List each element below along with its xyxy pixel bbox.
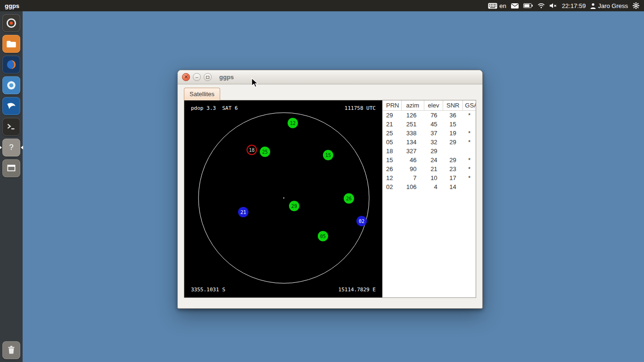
satellite-prn-02: 02 xyxy=(356,216,367,226)
table-cell: 36 xyxy=(443,111,463,120)
launcher: ? xyxy=(0,11,23,362)
column-header-elev: elev xyxy=(424,100,443,111)
table-cell xyxy=(443,147,463,156)
table-row[interactable]: 291267636* xyxy=(382,111,476,120)
table-cell: 76 xyxy=(424,111,443,120)
table-cell: 26 xyxy=(382,165,401,173)
satellite-prn-25: 25 xyxy=(260,147,270,157)
launcher-item-terminal[interactable] xyxy=(2,118,20,136)
dash-icon xyxy=(5,17,17,29)
user-menu[interactable]: Jaro Gress xyxy=(590,2,628,9)
tab-satellites[interactable]: Satellites xyxy=(184,88,220,100)
table-cell: 7 xyxy=(401,173,424,182)
app-window: ✕ ‒ ggps Satellites pdop 3.3 SAT 6 11175… xyxy=(177,70,483,309)
mail-indicator[interactable] xyxy=(511,3,519,8)
launcher-item-help[interactable]: ? xyxy=(2,139,20,156)
satellite-prn-05: 05 xyxy=(318,231,328,241)
table-cell: * xyxy=(463,129,476,138)
battery-icon xyxy=(523,3,533,8)
wifi-icon xyxy=(537,3,545,8)
table-row[interactable]: 1271017* xyxy=(382,173,476,182)
launcher-item-firefox[interactable] xyxy=(2,56,20,74)
satellite-prn-21: 21 xyxy=(238,207,248,217)
table-cell: 05 xyxy=(382,138,401,147)
table-cell: 10 xyxy=(424,173,443,182)
window-content: pdop 3.3 SAT 6 111758 UTC 3355.1031 S 15… xyxy=(184,100,476,298)
table-row[interactable]: 02106414 xyxy=(382,182,476,191)
table-cell: 02 xyxy=(382,182,401,191)
table-cell: 29 xyxy=(443,138,463,147)
table-cell: 251 xyxy=(401,120,424,129)
table-cell: 29 xyxy=(424,147,443,156)
satellite-prn-12: 12 xyxy=(288,118,298,128)
table-cell xyxy=(463,120,476,129)
table-cell: 15 xyxy=(382,156,401,165)
table-row[interactable]: 212514515 xyxy=(382,120,476,129)
table-cell: 29 xyxy=(443,156,463,165)
window-titlebar[interactable]: ✕ ‒ ggps xyxy=(178,70,482,84)
user-name-label: Jaro Gress xyxy=(598,2,628,9)
table-row[interactable]: 1832729 xyxy=(382,147,476,156)
table-cell: 106 xyxy=(401,182,424,191)
desktop: ggps en 22:17:59 Jaro Gres xyxy=(0,0,644,362)
table-row[interactable]: 15462429* xyxy=(382,156,476,165)
terminal-icon xyxy=(5,121,17,133)
svg-text:?: ? xyxy=(9,143,13,151)
launcher-item-files[interactable] xyxy=(2,35,20,53)
focused-indicator xyxy=(21,146,23,149)
tab-strip: Satellites xyxy=(178,84,482,100)
table-cell xyxy=(463,182,476,191)
launcher-item-dash[interactable] xyxy=(2,14,20,32)
table-cell: 23 xyxy=(443,165,463,173)
table-cell: * xyxy=(463,156,476,165)
gear-icon xyxy=(633,2,639,9)
clock-indicator[interactable]: 22:17:59 xyxy=(562,2,586,9)
launcher-item-thunderbird[interactable] xyxy=(2,97,20,115)
files-icon xyxy=(5,38,17,50)
launcher-item-window[interactable] xyxy=(2,159,20,177)
table-cell: 18 xyxy=(382,147,401,156)
trash-icon xyxy=(5,344,17,356)
top-panel: ggps en 22:17:59 Jaro Gres xyxy=(0,0,644,11)
clock-label: 22:17:59 xyxy=(562,2,586,9)
network-indicator[interactable] xyxy=(537,3,545,8)
launcher-item-browser[interactable] xyxy=(2,76,20,94)
table-cell: 24 xyxy=(424,156,443,165)
table-cell: 32 xyxy=(424,138,443,147)
window-icon xyxy=(5,162,17,174)
keyboard-layout-label: en xyxy=(499,2,506,9)
table-row[interactable]: 051343229* xyxy=(382,138,476,147)
table-cell: 126 xyxy=(401,111,424,120)
satellite-prn-18: 18 xyxy=(247,145,257,155)
battery-indicator[interactable] xyxy=(523,3,533,8)
table-cell: * xyxy=(463,111,476,120)
help-icon: ? xyxy=(5,141,17,154)
user-icon xyxy=(590,3,596,9)
session-menu[interactable] xyxy=(633,2,639,9)
table-cell: 46 xyxy=(401,156,424,165)
close-button[interactable]: ✕ xyxy=(182,73,190,81)
minimize-button[interactable]: ‒ xyxy=(193,73,201,81)
table-cell: * xyxy=(463,138,476,147)
table-row[interactable]: 26902123* xyxy=(382,165,476,173)
launcher-item-trash[interactable] xyxy=(2,341,20,359)
table-cell: 14 xyxy=(443,182,463,191)
keyboard-indicator[interactable]: en xyxy=(488,2,506,9)
table-cell: 90 xyxy=(401,165,424,173)
table-row[interactable]: 253383719* xyxy=(382,129,476,138)
skyplot: pdop 3.3 SAT 6 111758 UTC 3355.1031 S 15… xyxy=(184,100,382,297)
table-cell: 21 xyxy=(424,165,443,173)
table-header-row: PRNazimelevSNRGSA xyxy=(382,100,476,111)
table-cell: * xyxy=(463,165,476,173)
keyboard-icon xyxy=(488,3,497,9)
panel-app-name: ggps xyxy=(5,2,19,9)
column-header-prn: PRN xyxy=(382,100,401,111)
maximize-button[interactable] xyxy=(204,73,212,81)
table-cell: 17 xyxy=(443,173,463,182)
window-title: ggps xyxy=(219,74,234,81)
sound-indicator[interactable] xyxy=(550,3,557,8)
table-cell: 327 xyxy=(401,147,424,156)
table-cell: 29 xyxy=(382,111,401,120)
longitude-label: 15114.7829 E xyxy=(339,287,376,293)
satellite-table-wrap: PRNazimelevSNRGSA 291267636*212514515253… xyxy=(382,100,476,297)
